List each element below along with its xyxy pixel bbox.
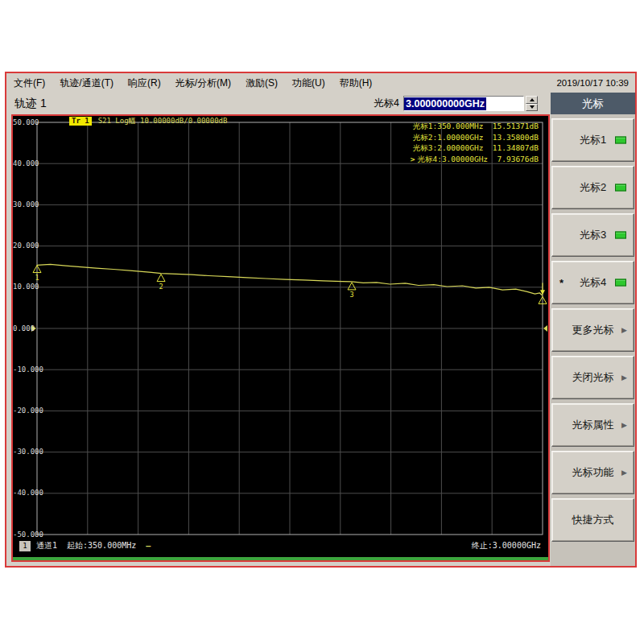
softkey-marker-1[interactable]: 光标1 — [551, 118, 634, 162]
plot-panel: 123 Tr 1 S21 Log幅 10.00000dB/0.00000dB 光… — [11, 114, 550, 562]
y-axis-tick-label: 30.000 — [13, 200, 35, 209]
trace-color-key: — — [146, 542, 151, 551]
led-on-indicator — [615, 232, 626, 239]
marker-number-label: 1 — [35, 274, 39, 282]
active-marker-star: * — [559, 277, 564, 289]
down-arrow-icon — [530, 105, 535, 109]
softkey-marker-4[interactable]: *光标4 — [551, 261, 634, 304]
softkey-label: 光标2 — [580, 180, 606, 195]
marker-triangle-icon — [157, 275, 165, 282]
softkey-label: 光标1 — [580, 133, 606, 147]
softkey-marker-functions[interactable]: 光标功能▶ — [551, 451, 634, 494]
submenu-arrow-icon: ▶ — [621, 326, 627, 334]
channel-label: 通道1 — [36, 540, 57, 551]
marker-readout-line: 光标3:2.00000GHz 11.34807dB — [411, 142, 539, 154]
led-on-indicator — [615, 279, 626, 287]
menu-bar: 文件(F)轨迹/通道(T)响应(R)光标/分析(M)激励(S)功能(U)帮助(H… — [6, 73, 635, 93]
softkey-label: 光标功能 — [572, 465, 614, 480]
plot-area: 123 Tr 1 S21 Log幅 10.00000dB/0.00000dB 光… — [13, 116, 548, 560]
softkey-marker-3[interactable]: 光标3 — [551, 213, 634, 257]
up-arrow-icon — [530, 98, 535, 101]
y-axis-tick-label: -20.000 — [13, 407, 35, 415]
softkey-label: 光标3 — [580, 228, 606, 242]
marker-readout-block: 光标1:350.000MHz 15.51371dB光标2:1.00000GHz … — [411, 121, 539, 164]
softkey-marker-properties[interactable]: 光标属性▶ — [551, 403, 634, 447]
marker-number-label: 2 — [159, 283, 163, 291]
softkey-marker-2[interactable]: 光标2 — [551, 166, 634, 209]
y-axis-tick-label: -30.000 — [13, 448, 35, 456]
menu-item-response[interactable]: 响应(R) — [121, 74, 168, 93]
y-axis-tick-label: 10.000 — [13, 283, 35, 291]
softkey-more-markers[interactable]: 更多光标▶ — [551, 308, 634, 352]
softkey-label: 光标4 — [580, 275, 606, 290]
led-on-indicator — [615, 137, 626, 144]
y-axis-tick-label: -50.000 — [13, 530, 35, 539]
softkey-label: 更多光标 — [572, 323, 614, 337]
start-frequency-label: 起始:350.000MHz — [67, 540, 136, 551]
menu-item-utility[interactable]: 功能(U) — [285, 74, 332, 93]
led-on-indicator — [615, 184, 626, 192]
y-axis-tick-label: 0.000 — [13, 324, 35, 333]
menu-item-stimulus[interactable]: 激励(S) — [238, 74, 285, 93]
marker-readout-line: >光标4:3.00000GHz 7.93676dB — [411, 154, 539, 165]
marker-3-symbol[interactable]: 3 — [348, 283, 356, 299]
menu-item-marker-analysis[interactable]: 光标/分析(M) — [168, 74, 238, 93]
softkey-label: 关闭光标 — [572, 370, 614, 385]
menu-item-help[interactable]: 帮助(H) — [332, 74, 380, 93]
toolbar: 轨迹 1 光标4 3.000000000GHz — [6, 93, 551, 114]
softkey-marker-off[interactable]: 关闭光标▶ — [551, 356, 634, 399]
marker-frequency-value: 3.000000000GHz — [404, 97, 486, 110]
marker-frequency-input[interactable]: 3.000000000GHz — [403, 96, 524, 111]
marker-2-symbol[interactable]: 2 — [157, 275, 165, 291]
menu-item-file[interactable]: 文件(F) — [6, 74, 52, 93]
marker-readout-line: 光标1:350.000MHz 15.51371dB — [411, 121, 539, 132]
trace-tab[interactable]: 轨迹 1 — [14, 97, 47, 111]
softkey-sidebar: 光标 光标1光标2光标3*光标4更多光标▶关闭光标▶光标属性▶光标功能▶快捷方式 — [551, 93, 635, 566]
marker-readout-line: 光标2:1.00000GHz 13.35800dB — [411, 132, 539, 143]
softkey-menu-title: 光标 — [551, 93, 635, 114]
status-bar: 1 通道1 起始:350.000MHz — 终止:3.00000GHz — [19, 539, 541, 552]
step-down-button[interactable] — [526, 104, 538, 112]
analyzer-window: 文件(F)轨迹/通道(T)响应(R)光标/分析(M)激励(S)功能(U)帮助(H… — [5, 72, 637, 568]
marker-triangle-icon — [348, 283, 356, 290]
stop-frequency-label: 终止:3.00000GHz — [472, 540, 541, 551]
softkey-label: 快捷方式 — [572, 513, 614, 527]
y-axis-tick-label: 40.000 — [13, 159, 35, 168]
submenu-arrow-icon: ▶ — [621, 421, 627, 429]
y-axis-tick-label: 20.000 — [13, 242, 35, 250]
frequency-stepper — [526, 96, 538, 111]
marker-field-label: 光标4 — [374, 97, 399, 110]
softkey-label: 光标属性 — [572, 418, 614, 432]
trace-header: Tr 1 S21 Log幅 10.00000dB/0.00000dB — [69, 116, 227, 126]
y-axis-tick-label: -40.000 — [13, 489, 35, 497]
panel-active-indicator — [13, 557, 548, 560]
step-up-button[interactable] — [526, 96, 538, 104]
marker-number-label: 3 — [349, 291, 353, 299]
active-marker-arrow: > — [411, 155, 415, 163]
trace-badge[interactable]: Tr 1 — [69, 117, 92, 126]
softkey-shortcut[interactable]: 快捷方式 — [551, 498, 634, 542]
y-axis-tick-label: 50.000 — [13, 118, 35, 127]
menu-item-trace-channel[interactable]: 轨迹/通道(T) — [52, 74, 121, 93]
y-axis-tick-label: -10.000 — [13, 365, 35, 374]
clock: 2019/10/17 10:39 — [556, 78, 629, 88]
submenu-arrow-icon: ▶ — [621, 469, 627, 477]
submenu-arrow-icon: ▶ — [621, 374, 627, 382]
plot-canvas: 123 — [13, 116, 548, 559]
trace-format-readout: S21 Log幅 10.00000dB/0.00000dB — [98, 116, 228, 126]
channel-badge: 1 — [19, 541, 31, 551]
ref-level-arrow-right — [543, 325, 547, 332]
